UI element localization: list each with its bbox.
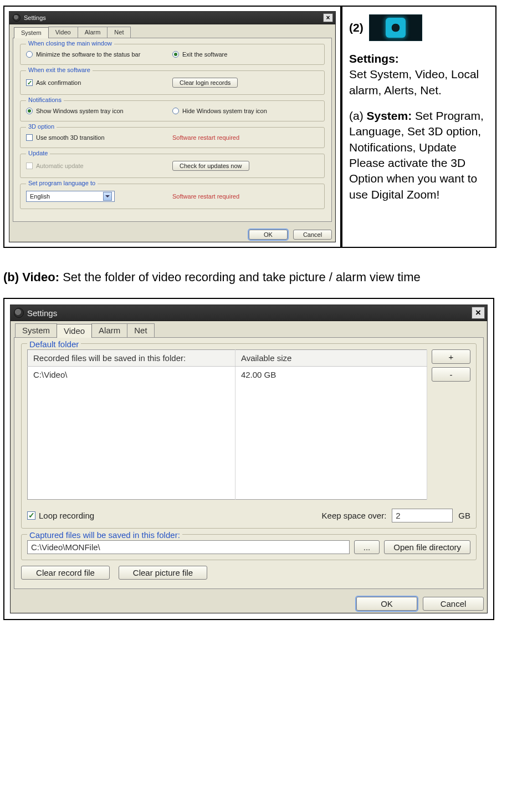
tab-alarm[interactable]: Alarm xyxy=(78,27,108,38)
minus-icon: - xyxy=(450,370,453,379)
opt-auto-update-label: Automatic update xyxy=(36,163,84,169)
tab-net[interactable]: Net xyxy=(127,323,154,337)
clear-login-label: Clear login records xyxy=(180,79,231,86)
open-directory-label: Open file directory xyxy=(393,542,461,552)
window-title: Settings xyxy=(27,308,57,318)
video-caption: (b) Video: Set the folder of video recor… xyxy=(3,270,512,285)
sys-bold: System: xyxy=(367,109,412,122)
opt-smooth-3d[interactable]: Use smooth 3D transition xyxy=(26,133,172,142)
radio-icon xyxy=(26,51,33,58)
description-panel: (2) Settings: Set System, Video, Local a… xyxy=(341,6,496,248)
clear-login-button[interactable]: Clear login records xyxy=(172,78,238,88)
tab-system[interactable]: System xyxy=(15,323,57,337)
restart-required-lang: Software restart required xyxy=(172,193,319,200)
figure-video-settings: Settings × System Video Alarm Net Defaul… xyxy=(3,298,494,620)
keep-space-value: 2 xyxy=(396,511,400,520)
keep-space-unit: GB xyxy=(458,511,470,520)
opt-hide-tray-label: Hide Windows system tray icon xyxy=(182,108,267,114)
folder-table[interactable]: Recorded files will be saved in this fol… xyxy=(27,349,427,500)
opt-exit[interactable]: Exit the software xyxy=(172,50,319,59)
opt-loop-recording[interactable]: Loop recording xyxy=(27,510,322,521)
tab-net[interactable]: Net xyxy=(107,27,131,38)
cancel-label: Cancel xyxy=(303,231,322,238)
ok-label: OK xyxy=(264,231,273,238)
titlebar: Settings × xyxy=(9,12,335,24)
close-button[interactable]: × xyxy=(323,13,333,22)
language-value: English xyxy=(30,193,50,200)
add-folder-button[interactable]: + xyxy=(432,349,470,364)
tab-net-label: Net xyxy=(134,326,147,335)
tabpanel-video: Default folder Recorded files will be sa… xyxy=(14,337,484,589)
capture-path-value: C:\Video\MONFile\ xyxy=(31,542,100,552)
group-notif-legend: Notifications xyxy=(26,97,64,103)
tab-video-label: Video xyxy=(55,29,71,35)
open-directory-button[interactable]: Open file directory xyxy=(384,540,470,554)
group-3d: 3D option Use smooth 3D transition Softw… xyxy=(20,127,325,148)
opt-show-tray-label: Show Windows system tray icon xyxy=(36,108,124,114)
clear-record-label: Clear record file xyxy=(36,568,95,577)
group-exit-legend: When exit the software xyxy=(26,67,93,73)
ok-button[interactable]: OK xyxy=(249,230,288,240)
tabs: System Video Alarm Net xyxy=(11,321,487,337)
opt-hide-tray[interactable]: Hide Windows system tray icon xyxy=(172,106,319,115)
cancel-button[interactable]: Cancel xyxy=(423,597,484,611)
close-button[interactable]: × xyxy=(472,307,485,319)
group-close-window: When closing the main window Minimize th… xyxy=(20,44,325,65)
check-updates-button[interactable]: Check for updates now xyxy=(172,161,249,171)
group-language: Set program language to English Software… xyxy=(20,184,325,209)
restart-required-3d: Software restart required xyxy=(172,134,319,141)
group-3d-legend: 3D option xyxy=(26,123,57,130)
sys-rest: Set Program, Language, Set 3D option, No… xyxy=(349,109,484,201)
group-default-legend: Default folder xyxy=(27,339,81,349)
opt-minimize[interactable]: Minimize the software to the status bar xyxy=(26,50,172,59)
titlebar: Settings × xyxy=(11,305,487,321)
settings-gear-thumb xyxy=(369,14,422,41)
cancel-button[interactable]: Cancel xyxy=(293,230,332,240)
radio-icon xyxy=(172,51,179,58)
col-path: Recorded files will be saved in this fol… xyxy=(28,350,235,367)
plus-icon: + xyxy=(449,352,454,362)
ok-button[interactable]: OK xyxy=(356,597,417,611)
group-close-legend: When closing the main window xyxy=(26,40,114,47)
group-update: Update Automatic update Check for update… xyxy=(20,154,325,178)
settings-window-video: Settings × System Video Alarm Net Defaul… xyxy=(10,304,488,613)
language-select[interactable]: English xyxy=(26,191,115,202)
ok-label: OK xyxy=(381,599,393,608)
opt-minimize-label: Minimize the software to the status bar xyxy=(36,51,140,58)
capture-path-input[interactable]: C:\Video\MONFile\ xyxy=(27,540,350,554)
opt-ask-confirm[interactable]: Ask confirmation xyxy=(26,78,172,87)
checkbox-icon xyxy=(26,163,33,169)
tab-video[interactable]: Video xyxy=(48,27,78,38)
opt-auto-update: Automatic update xyxy=(26,161,172,170)
window-title: Settings xyxy=(24,14,46,21)
keep-space-label: Keep space over: xyxy=(322,511,387,520)
tab-net-label: Net xyxy=(114,29,124,35)
close-icon: × xyxy=(326,14,330,21)
tabpanel-system: When closing the main window Minimize th… xyxy=(13,38,332,222)
close-icon: × xyxy=(475,309,481,316)
cancel-label: Cancel xyxy=(441,599,467,608)
figure-system-settings: Settings × System Video Alarm Net When c… xyxy=(3,6,341,248)
checkbox-icon xyxy=(26,134,33,141)
tab-system-label: System xyxy=(21,29,42,36)
opt-show-tray[interactable]: Show Windows system tray icon xyxy=(26,106,172,115)
chevron-down-icon xyxy=(103,192,112,201)
keep-space-input[interactable]: 2 xyxy=(392,509,453,522)
caption-b-bold: (b) Video: xyxy=(3,270,59,284)
clear-record-button[interactable]: Clear record file xyxy=(21,566,110,580)
group-update-legend: Update xyxy=(26,150,50,156)
opt-ask-confirm-label: Ask confirmation xyxy=(36,79,81,86)
tab-video[interactable]: Video xyxy=(57,324,92,338)
group-captured-folder: Captured files will be saved in this fol… xyxy=(21,534,477,560)
tab-alarm[interactable]: Alarm xyxy=(91,323,127,337)
tab-system-label: System xyxy=(22,326,50,335)
loop-label: Loop recording xyxy=(39,511,94,520)
group-default-folder: Default folder Recorded files will be sa… xyxy=(21,343,477,529)
tab-alarm-label: Alarm xyxy=(85,29,101,35)
group-notifications: Notifications Show Windows system tray i… xyxy=(20,100,325,121)
browse-button[interactable]: ... xyxy=(354,540,380,554)
table-row[interactable]: C:\Video\ 42.00 GB xyxy=(28,367,427,383)
remove-folder-button[interactable]: - xyxy=(432,367,470,382)
clear-picture-button[interactable]: Clear picture file xyxy=(119,566,207,580)
tab-system[interactable]: System xyxy=(14,27,49,38)
